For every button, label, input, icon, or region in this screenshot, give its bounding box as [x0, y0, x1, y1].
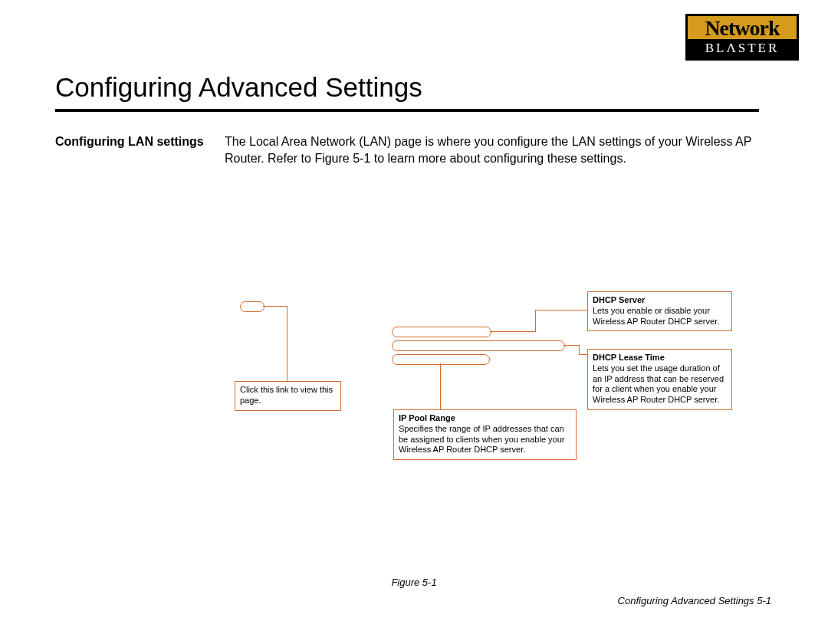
callout-text: Lets you enable or disable your Wireless…: [593, 306, 719, 326]
connector-line: [440, 363, 441, 409]
callout-ip-pool: IP Pool Range Specifies the range of IP …: [393, 409, 577, 460]
brand-logo: Network BLΛSTER: [685, 14, 799, 61]
figure-caption: Figure 5-1: [0, 577, 828, 588]
title-rule: [55, 109, 759, 112]
connector-line: [564, 345, 580, 346]
connector-line: [263, 306, 288, 307]
connector-line: [579, 345, 580, 354]
callout-title: DHCP Server: [593, 295, 645, 304]
callout-text: Lets you set the usage duration of an IP…: [593, 363, 724, 404]
callout-text: Specifies the range of IP addresses that…: [399, 424, 564, 455]
callout-title: DHCP Lease Time: [593, 353, 665, 362]
highlight-pill-dhcp-lease: [392, 340, 565, 351]
section-body: The Local Area Network (LAN) page is whe…: [225, 133, 761, 166]
connector-line: [287, 306, 288, 381]
callout-title: IP Pool Range: [399, 413, 455, 422]
callout-dhcp-lease: DHCP Lease Time Lets you set the usage d…: [587, 349, 732, 410]
page-title: Configuring Advanced Settings: [55, 72, 422, 103]
section-heading: Configuring LAN settings: [55, 133, 205, 150]
callout-link-hint: Click this link to view this page.: [235, 381, 341, 411]
highlight-pill-dhcp-server: [392, 327, 491, 337]
highlight-pill-link: [240, 301, 264, 312]
callout-dhcp-server: DHCP Server Lets you enable or disable y…: [587, 291, 732, 331]
connector-line: [535, 310, 587, 310]
page-footer: Configuring Advanced Settings 5-1: [618, 595, 771, 606]
connector-line: [490, 331, 536, 332]
connector-line: [535, 310, 536, 332]
callout-text: Click this link to view this page.: [240, 385, 333, 405]
logo-bottom-text: BLΛSTER: [688, 39, 797, 58]
logo-top-text: Network: [688, 16, 797, 39]
highlight-pill-ip-pool: [392, 354, 490, 365]
